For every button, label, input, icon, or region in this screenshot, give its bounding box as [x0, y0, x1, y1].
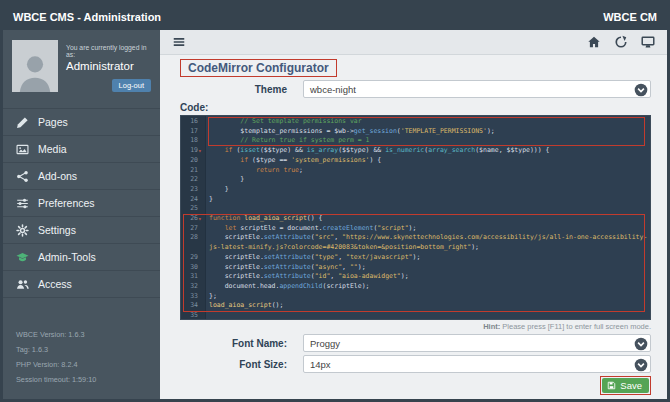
logout-button[interactable]: Log-out — [112, 79, 151, 92]
line-number: 32 — [181, 282, 205, 292]
line-number: 19▾ — [181, 146, 205, 156]
code-line[interactable]: 34load_aioa_script(); — [181, 301, 650, 311]
sidebar-item-settings[interactable]: Settings — [3, 217, 160, 244]
code-line[interactable]: 28 scriptEle.setAttribute("src", "https:… — [181, 233, 650, 252]
code-line[interactable]: 22 } — [181, 175, 650, 185]
sidebar-item-access[interactable]: Access — [3, 271, 160, 298]
font-size-row: Font Size: 14px — [180, 355, 651, 373]
code-line[interactable]: 29 scriptEle.setAttribute("type", "text/… — [181, 253, 650, 263]
sidebar-item-preferences[interactable]: Preferences — [3, 190, 160, 217]
back-icon[interactable] — [614, 35, 628, 49]
code-line[interactable]: 24} — [181, 195, 650, 205]
fold-slot — [198, 204, 204, 214]
code-line[interactable]: 26▾function load_aioa_script() { — [181, 214, 650, 224]
menu-icon[interactable] — [172, 35, 186, 49]
page-title: CodeMirror Configurator — [180, 59, 337, 77]
code-line[interactable]: 31 scriptEle.setAttribute("id", "aioa-ad… — [181, 272, 650, 282]
line-number: 33 — [181, 292, 205, 302]
font-size-select[interactable]: 14px — [303, 355, 651, 373]
app-title: WBCE CMS - Administration — [13, 11, 161, 23]
chevron-down-icon[interactable] — [634, 337, 648, 351]
line-number: 16 — [181, 117, 205, 127]
code-line[interactable]: 33}; — [181, 292, 650, 302]
brand-right: WBCE CM — [603, 11, 657, 23]
chevron-down-icon[interactable] — [634, 358, 648, 372]
sliders-icon — [16, 197, 29, 210]
line-number: 35 — [181, 311, 205, 320]
line-number: 23 — [181, 185, 205, 195]
line-number: 22 — [181, 175, 205, 185]
home-icon[interactable] — [587, 35, 601, 49]
save-row: Save — [180, 376, 651, 395]
sidebar-footer-line: WBCE Version: 1.6.3 — [16, 327, 156, 342]
sidebar-item-media[interactable]: Media — [3, 136, 160, 163]
line-number: 31 — [181, 272, 205, 282]
code-line[interactable]: 25 — [181, 204, 650, 214]
sidebar-menu: PagesMediaAdd-onsPreferencesSettingsAdmi… — [3, 108, 160, 298]
code-line[interactable]: 21 return true; — [181, 166, 650, 176]
sidebar-item-pages[interactable]: Pages — [3, 109, 160, 136]
line-number: 30 — [181, 263, 205, 273]
code-line[interactable]: 17 $template_permissions = $wb->get_sess… — [181, 127, 650, 137]
code-line[interactable]: 18 // Return true if system perm = 1 — [181, 136, 650, 146]
line-number: 24 — [181, 195, 205, 205]
image-icon — [16, 143, 29, 156]
fold-slot — [198, 263, 204, 273]
main-area: CodeMirror Configurator Theme wbce-night… — [160, 30, 667, 399]
addons-icon — [16, 170, 29, 183]
line-number: 29 — [181, 253, 205, 263]
fold-slot — [198, 136, 204, 146]
sidebar-item-label: Preferences — [38, 197, 95, 209]
code-line[interactable]: 23 } — [181, 185, 650, 195]
display-icon[interactable] — [641, 35, 655, 49]
fold-slot — [198, 185, 204, 195]
font-name-value: Proggy — [310, 338, 340, 349]
hint-text: Hint: Please press [F11] to enter full s… — [180, 322, 651, 331]
font-size-value: 14px — [310, 359, 331, 370]
sidebar-item-label: Pages — [38, 116, 68, 128]
fold-slot — [198, 127, 204, 137]
fold-arrow-icon[interactable]: ▾ — [198, 214, 204, 224]
floppy-icon — [607, 381, 616, 390]
users-icon — [16, 278, 29, 291]
toolbar-right-icons — [587, 35, 655, 49]
fold-slot — [198, 224, 204, 234]
line-number: 27 — [181, 224, 205, 234]
line-number: 17 — [181, 127, 205, 137]
code-line[interactable]: 19▾ if (isset($$type) && is_array($$type… — [181, 146, 650, 156]
code-line[interactable]: 32 document.head.appendChild(scriptEle); — [181, 282, 650, 292]
code-line[interactable]: 20 if ($type == 'system_permissions') { — [181, 156, 650, 166]
login-note: You are currently logged in as: — [66, 44, 151, 58]
page-content: CodeMirror Configurator Theme wbce-night… — [160, 55, 667, 399]
save-button[interactable]: Save — [602, 378, 649, 393]
fold-slot — [198, 253, 204, 263]
toolbar — [160, 30, 667, 55]
username: Administrator — [66, 60, 151, 72]
font-name-select[interactable]: Proggy — [303, 334, 651, 352]
sidebar-item-addons[interactable]: Add-ons — [3, 163, 160, 190]
fold-slot — [198, 282, 204, 292]
sidebar-item-label: Admin-Tools — [38, 251, 96, 263]
titlebar: WBCE CMS - Administration WBCE CM — [3, 3, 667, 30]
sidebar-item-label: Media — [38, 143, 67, 155]
code-line[interactable]: 30 scriptEle.setAttribute("async", ""); — [181, 263, 650, 273]
app-window: WBCE CMS - Administration WBCE CM You ar… — [0, 0, 670, 402]
fold-slot — [198, 175, 204, 185]
sidebar-item-admin-tools[interactable]: Admin-Tools — [3, 244, 160, 271]
code-line[interactable]: 16 // Set template permissions var — [181, 117, 650, 127]
fold-slot — [198, 301, 204, 311]
code-editor[interactable]: 16 // Set template permissions var17 $te… — [180, 115, 651, 320]
user-panel: You are currently logged in as: Administ… — [3, 30, 160, 98]
line-number: 28 — [181, 233, 205, 252]
code-line[interactable]: 27 let scriptEle = document.createElemen… — [181, 224, 650, 234]
theme-value: wbce-night — [310, 84, 356, 95]
font-name-label: Font Name: — [180, 338, 287, 349]
chevron-down-icon[interactable] — [634, 83, 648, 97]
sidebar: You are currently logged in as: Administ… — [3, 30, 160, 399]
sidebar-item-label: Settings — [38, 224, 76, 236]
theme-select[interactable]: wbce-night — [303, 80, 651, 98]
sidebar-footer-line: Session timeout: 1:59:10 — [16, 372, 156, 387]
code-line[interactable]: 35 — [181, 311, 650, 320]
code-label: Code: — [180, 102, 651, 113]
fold-arrow-icon[interactable]: ▾ — [198, 146, 204, 156]
